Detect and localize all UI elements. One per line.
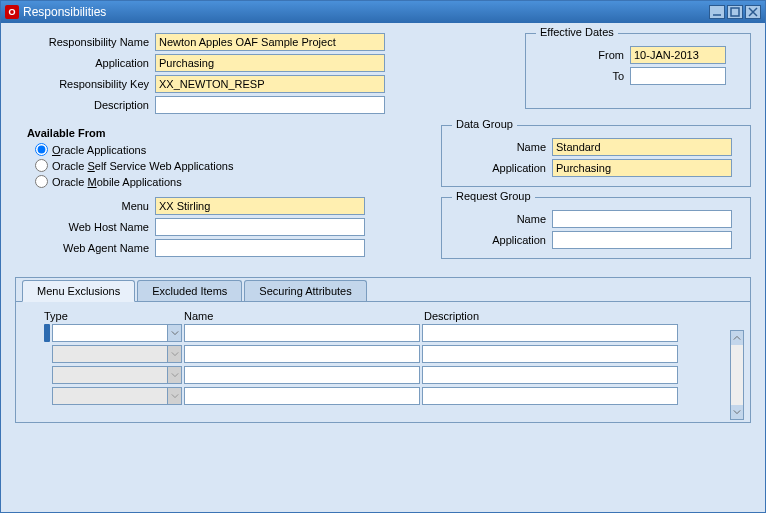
responsibilities-window: O Responsibilities Responsibility Name A… [0,0,766,513]
titlebar: O Responsibilities [1,1,765,23]
row-cursor [44,324,50,342]
tab-menu-exclusions[interactable]: Menu Exclusions [22,280,135,302]
dg-name-input[interactable] [552,138,732,156]
oracle-icon: O [5,5,19,19]
grid-row [44,345,740,363]
minimize-button[interactable] [709,5,725,19]
col-name-header: Name [184,310,424,322]
dg-app-label: Application [452,162,552,174]
grid-row [44,366,740,384]
name-input[interactable] [184,324,420,342]
webhost-label: Web Host Name [15,221,155,233]
grid-row [44,387,740,405]
radio-mobile[interactable]: Oracle Mobile Applications [35,175,427,188]
webagent-label: Web Agent Name [15,242,155,254]
chevron-down-icon[interactable] [167,367,181,383]
request-group: Request Group Name Application [441,197,751,259]
menu-label: Menu [15,200,155,212]
effective-dates-legend: Effective Dates [536,26,618,38]
chevron-down-icon[interactable] [167,346,181,362]
name-input[interactable] [184,345,420,363]
from-input[interactable] [630,46,726,64]
resp-name-input[interactable] [155,33,385,51]
type-input[interactable] [52,387,182,405]
desc-input[interactable] [422,366,678,384]
rq-app-label: Application [452,234,552,246]
radio-mobile-input[interactable] [35,175,48,188]
scroll-down-icon[interactable] [731,405,743,419]
webagent-input[interactable] [155,239,365,257]
desc-input[interactable] [422,387,678,405]
from-label: From [536,49,630,61]
scrollbar[interactable] [730,330,744,420]
rq-app-input[interactable] [552,231,732,249]
dg-app-input[interactable] [552,159,732,177]
resp-key-input[interactable] [155,75,385,93]
grid-row [44,324,740,342]
type-input[interactable] [52,324,182,342]
dg-name-label: Name [452,141,552,153]
type-combo[interactable] [52,324,182,342]
resp-name-label: Responsibility Name [15,36,155,48]
application-label: Application [15,57,155,69]
scroll-up-icon[interactable] [731,331,743,345]
description-label: Description [15,99,155,111]
rq-name-label: Name [452,213,552,225]
radio-oracle-apps-input[interactable] [35,143,48,156]
window-title: Responsibilities [23,5,709,19]
menu-input[interactable] [155,197,365,215]
radio-oracle-apps[interactable]: Oracle Applications [35,143,427,156]
close-button[interactable] [745,5,761,19]
type-input[interactable] [52,366,182,384]
rq-name-input[interactable] [552,210,732,228]
type-combo[interactable] [52,387,182,405]
radio-self-service[interactable]: Oracle Self Service Web Applications [35,159,427,172]
maximize-button[interactable] [727,5,743,19]
tab-securing-attributes[interactable]: Securing Attributes [244,280,366,301]
data-group-legend: Data Group [452,118,517,130]
desc-input[interactable] [422,345,678,363]
radio-self-service-input[interactable] [35,159,48,172]
to-label: To [536,70,630,82]
description-input[interactable] [155,96,385,114]
col-desc-header: Description [424,310,684,322]
name-input[interactable] [184,387,420,405]
type-input[interactable] [52,345,182,363]
type-combo[interactable] [52,345,182,363]
request-group-legend: Request Group [452,190,535,202]
chevron-down-icon[interactable] [167,388,181,404]
resp-key-label: Responsibility Key [15,78,155,90]
data-group: Data Group Name Application [441,125,751,187]
chevron-down-icon[interactable] [167,325,181,341]
webhost-input[interactable] [155,218,365,236]
type-combo[interactable] [52,366,182,384]
svg-rect-0 [731,8,739,16]
tabs-container: Menu Exclusions Excluded Items Securing … [15,277,751,423]
to-input[interactable] [630,67,726,85]
tab-excluded-items[interactable]: Excluded Items [137,280,242,301]
desc-input[interactable] [422,324,678,342]
col-type-header: Type [44,310,184,322]
application-input[interactable] [155,54,385,72]
available-from-title: Available From [27,127,427,139]
name-input[interactable] [184,366,420,384]
effective-dates-group: Effective Dates From To [525,33,751,109]
tab-panel: Type Name Description [16,302,750,422]
